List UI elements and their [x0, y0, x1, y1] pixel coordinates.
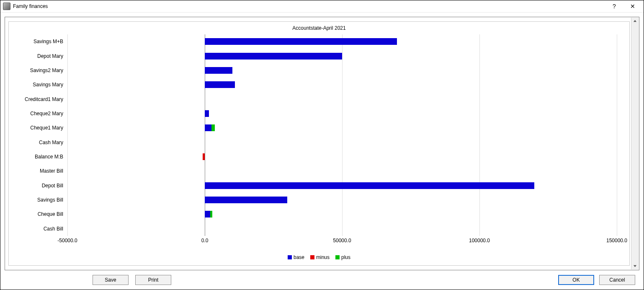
bar-segment-base [205, 38, 397, 45]
bar-row: Cash Bill [67, 225, 617, 232]
x-tick-label: 0.0 [201, 238, 209, 243]
legend: base minus plus [9, 254, 629, 260]
right-button-group: OK Cancel [558, 275, 635, 285]
bar-row: Cash Mary [67, 139, 617, 146]
legend-swatch-minus [310, 255, 314, 259]
window-title: Family finances [13, 3, 48, 9]
category-label: Savings M+B [9, 38, 63, 45]
bar-segment-base [205, 110, 209, 117]
category-label: Cash Bill [9, 225, 63, 232]
app-icon [3, 3, 10, 10]
bar-row: Master Bill [67, 168, 617, 174]
bar-row: Cheque2 Mary [67, 110, 617, 117]
category-label: Cheque Bill [9, 211, 63, 218]
legend-item-base: base [288, 254, 304, 260]
bar-row: Balance M:B [67, 153, 617, 160]
category-label: Depot Mary [9, 53, 63, 60]
client-area: Accountstate-April 2021 Savings M+BDepot… [0, 13, 644, 290]
dialog-window: Family finances ? ✕ Accountstate-April 2… [0, 0, 644, 290]
chart-title: Accountstate-April 2021 [9, 25, 629, 31]
close-button[interactable]: ✕ [623, 0, 642, 12]
bar-segment-base [205, 197, 287, 203]
gridline [67, 34, 68, 236]
bar-row: Savings2 Mary [67, 67, 617, 74]
bar-segment-base [205, 182, 534, 189]
legend-label-minus: minus [316, 254, 330, 260]
bar-row: Cheque Bill [67, 211, 617, 218]
bar-row: Depot Mary [67, 53, 617, 60]
x-tick-label: -50000.0 [57, 238, 77, 243]
bar-segment-minus [203, 153, 205, 160]
category-label: Cash Mary [9, 139, 63, 146]
bar-segment-base [205, 124, 211, 131]
bar-row: Savings Bill [67, 197, 617, 203]
bar-segment-base [205, 81, 235, 88]
plot-area: Savings M+BDepot MarySavings2 MarySaving… [67, 34, 617, 236]
bar-row: Depot Bill [67, 182, 617, 189]
legend-label-base: base [294, 254, 304, 260]
left-button-group: Save Print [93, 275, 171, 285]
ok-button[interactable]: OK [558, 275, 594, 285]
x-tick-label: 100000.0 [469, 238, 490, 243]
category-label: Savings Mary [9, 81, 63, 88]
legend-item-plus: plus [335, 254, 350, 260]
bar-row: Savings Mary [67, 81, 617, 88]
bar-segment-base [205, 53, 342, 60]
bar-row: Creditcard1 Mary [67, 96, 617, 103]
x-axis-ticks: -50000.00.050000.0100000.0150000.0 [67, 238, 617, 244]
chart-frame: Accountstate-April 2021 Savings M+BDepot… [5, 17, 639, 270]
cancel-button[interactable]: Cancel [599, 275, 635, 285]
category-label: Creditcard1 Mary [9, 96, 63, 103]
bar-segment-base [205, 67, 232, 74]
scroll-down-icon[interactable] [631, 262, 639, 269]
vertical-scrollbar[interactable] [631, 18, 639, 269]
category-label: Cheque1 Mary [9, 124, 63, 131]
category-label: Balance M:B [9, 153, 63, 160]
x-tick-label: 50000.0 [333, 238, 351, 243]
button-row: Save Print OK Cancel [5, 270, 639, 287]
category-label: Savings Bill [9, 197, 63, 203]
category-label: Cheque2 Mary [9, 110, 63, 117]
bar-segment-plus [210, 211, 212, 218]
help-button[interactable]: ? [605, 0, 623, 12]
bar-segment-base [205, 211, 210, 218]
gridline [205, 34, 205, 236]
bar-segment-plus [211, 124, 215, 131]
gridline [342, 34, 343, 236]
category-label: Master Bill [9, 168, 63, 174]
gridline [479, 34, 480, 236]
category-label: Depot Bill [9, 182, 63, 189]
legend-swatch-plus [335, 255, 340, 259]
save-button[interactable]: Save [93, 275, 129, 285]
legend-swatch-base [288, 255, 292, 259]
category-label: Savings2 Mary [9, 67, 63, 74]
print-button[interactable]: Print [135, 275, 171, 285]
bar-row: Cheque1 Mary [67, 124, 617, 131]
scroll-up-icon[interactable] [631, 18, 639, 25]
x-tick-label: 150000.0 [606, 238, 627, 243]
gridline [617, 34, 617, 236]
titlebar: Family finances ? ✕ [0, 0, 644, 13]
legend-item-minus: minus [310, 254, 330, 260]
chart-body: Accountstate-April 2021 Savings M+BDepot… [8, 21, 630, 266]
legend-label-plus: plus [341, 254, 350, 260]
bar-row: Savings M+B [67, 38, 617, 45]
